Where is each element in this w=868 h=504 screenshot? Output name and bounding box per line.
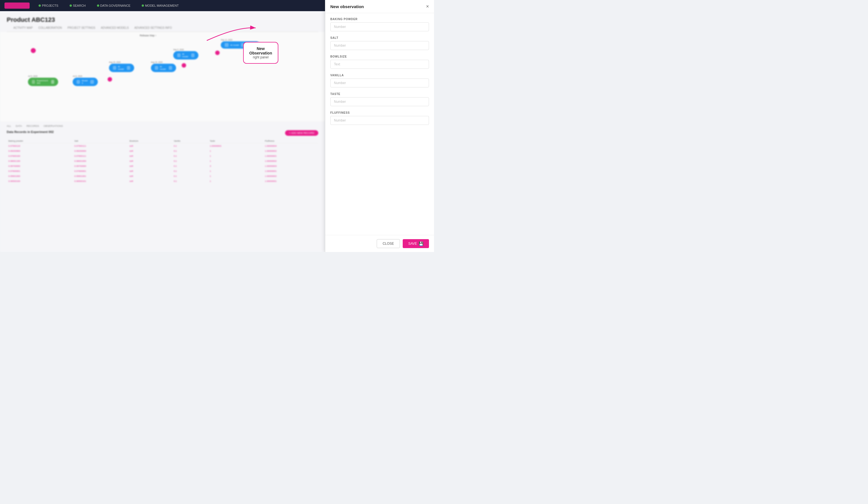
col-header-fluffiness: Fluffiness (263, 139, 318, 144)
tab-collaboration[interactable]: COLLABORATION (38, 26, 62, 32)
tab-activity-map[interactable]: ACTIVITY MAP (13, 26, 33, 32)
panel-title: New observation (330, 4, 364, 9)
section-tabs: ALL DATA RECORDS OBSERVATIONS (7, 125, 318, 127)
bottom-area: ALL DATA RECORDS OBSERVATIONS Data Recor… (0, 121, 325, 187)
flow-node-5: Sep 5, 2020 AI model (173, 49, 184, 51)
field-input-fluffiness[interactable] (330, 116, 429, 125)
flow-dot-1 (31, 48, 36, 53)
panel-body: BAKING POWDERSALTBOWLSIZEVANILLATASTEFLU… (325, 13, 434, 235)
data-table: Baking powder Salt Bowlsize Vanilla Tast… (7, 139, 318, 184)
flow-node-blue-3[interactable]: AI model (151, 64, 176, 72)
table-row: 0.075001160.07500111soft0.11.000000011.0… (7, 144, 318, 149)
flow-dot-4 (215, 51, 220, 55)
col-header-taste: Taste (208, 139, 263, 144)
section-tab-all[interactable]: ALL (7, 125, 11, 127)
table-row: 0.065001000.06500101soft0.111.00000001 (7, 179, 318, 184)
flow-dot-3 (182, 63, 186, 67)
field-group-baking-powder: BAKING POWDER (330, 18, 429, 31)
table-row: 0.076000010.07600001soft0.111.00000001 (7, 169, 318, 174)
release-map-label: Release Map ↑ (140, 34, 156, 37)
nav-item-projects[interactable]: PROJECTS (36, 3, 61, 8)
table-row: 0.080011000.08001000soft0.111.00000002 (7, 159, 318, 164)
panel-close-button[interactable]: × (426, 4, 429, 9)
right-panel: New observation × BAKING POWDERSALTBOWLS… (325, 0, 434, 252)
field-label-vanilla: VANILLA (330, 74, 429, 77)
table-row: 0.056010000.05601001soft0.111.00000002 (7, 174, 318, 179)
tab-advanced-settings[interactable]: ADVANCED SETTINGS INFO (134, 26, 172, 32)
field-label-bowlsize: BOWLSIZE (330, 55, 429, 58)
field-input-bowlsize[interactable] (330, 60, 429, 69)
flow-dot-2 (107, 77, 112, 82)
section-tab-observations[interactable]: OBSERVATIONS (44, 125, 63, 127)
tab-advanced-models[interactable]: ADVANCED MODELS (101, 26, 129, 32)
flow-node-2: Jul 8, 2020 Model 3 (73, 75, 82, 78)
page-header: Product ABC123 ACTIVITY MAP COLLABORATIO… (0, 11, 325, 32)
section-tab-data[interactable]: DATA (16, 125, 22, 127)
panel-footer: CLOSE SAVE 💾 (325, 235, 434, 252)
field-group-taste: TASTE (330, 93, 429, 106)
section-title: Data Records in Experiment 002 (7, 130, 54, 134)
flow-node-3: Aug 15, 2020 AI model (109, 61, 121, 64)
table-row: 0.097000000.09700000soft0.131.00000003 (7, 164, 318, 169)
col-header-vanilla: Vanilla (172, 139, 208, 144)
app-logo[interactable] (4, 2, 30, 9)
nav-dot (70, 4, 72, 7)
close-button[interactable]: CLOSE (377, 239, 400, 248)
field-input-salt[interactable] (330, 41, 429, 50)
table-row: 0.092009000.09200000soft0.111.00000002 (7, 149, 318, 154)
field-label-salt: SALT (330, 36, 429, 39)
flow-node-green-1[interactable]: Experiment 002 (28, 78, 58, 86)
panel-header: New observation × (325, 0, 434, 13)
col-header-bowlsize: Bowlsize (128, 139, 172, 144)
page-tabs: ACTIVITY MAP COLLABORATION PROJECT SETTI… (7, 23, 318, 32)
page-title: Product ABC123 (7, 16, 318, 23)
field-input-baking-powder[interactable] (330, 22, 429, 31)
flow-node-6: Sep 12, 2020 AI model (221, 39, 232, 41)
nav-dot (97, 4, 99, 7)
flow-node-blue-5[interactable]: AI model (221, 41, 260, 49)
field-group-salt: SALT (330, 36, 429, 50)
field-label-baking-powder: BAKING POWDER (330, 18, 429, 21)
table-row: 0.076001000.07600111soft0.111.00000001 (7, 154, 318, 159)
nav-dot (142, 4, 144, 7)
section-tab-records[interactable]: RECORDS (27, 125, 39, 127)
add-record-button[interactable]: + ADD NEW RECORD (285, 130, 318, 136)
field-label-taste: TASTE (330, 93, 429, 96)
flow-node-4: Aug 15, 2020 AI model (151, 61, 163, 64)
save-button[interactable]: SAVE 💾 (403, 239, 429, 248)
nav-dot (39, 4, 41, 7)
field-input-vanilla[interactable] (330, 78, 429, 87)
field-group-bowlsize: BOWLSIZE (330, 55, 429, 69)
nav-item-search[interactable]: SEARCH (68, 3, 88, 8)
nav-item-model-management[interactable]: MODEL MANAGEMENT (140, 3, 181, 8)
flow-node-blue-4[interactable]: AI model (173, 51, 198, 60)
col-header-baking: Baking powder (7, 139, 73, 144)
flow-area: Jul 5, 2020 Experiment 002 Jul 8, 2020 M… (0, 32, 325, 121)
tab-project-settings[interactable]: PROJECT SETTINGS (68, 26, 95, 32)
field-group-vanilla: VANILLA (330, 74, 429, 87)
field-input-taste[interactable] (330, 97, 429, 106)
save-icon: 💾 (418, 241, 423, 246)
nav-item-data-governance[interactable]: DATA GOVERNANCE (95, 3, 133, 8)
field-group-fluffiness: FLUFFINESS (330, 111, 429, 125)
field-label-fluffiness: FLUFFINESS (330, 111, 429, 114)
flow-node-blue-1[interactable]: Model 3 (73, 78, 98, 86)
flow-node-blue-2[interactable]: AI model (109, 64, 134, 72)
flow-node-1: Jul 5, 2020 Experiment 002 (28, 75, 38, 78)
col-header-salt: Salt (73, 139, 128, 144)
main-content-blurred: Product ABC123 ACTIVITY MAP COLLABORATIO… (0, 11, 325, 252)
